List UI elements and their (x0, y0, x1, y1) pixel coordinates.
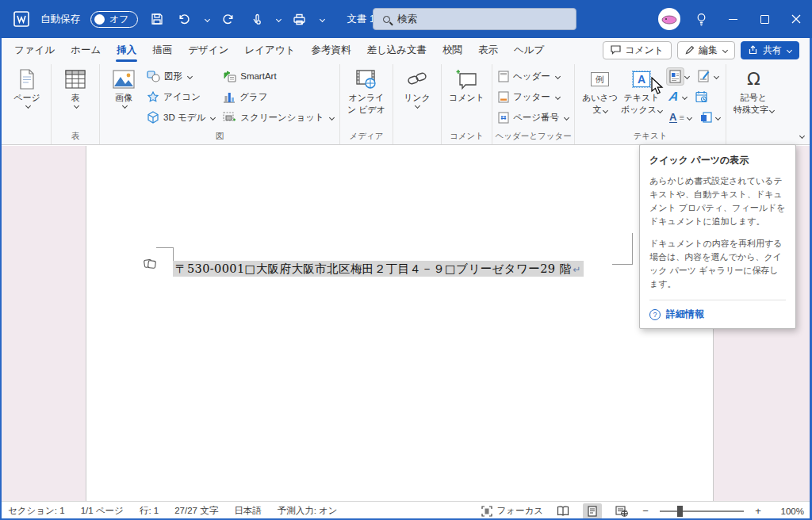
icons-button[interactable]: アイコン (147, 86, 215, 107)
wordart-button[interactable]: A (667, 89, 681, 105)
smartart-button[interactable]: SmartArt (223, 66, 334, 86)
tab-layout[interactable]: レイアウト (236, 38, 303, 62)
quick-print-button[interactable] (291, 10, 308, 28)
tab-mailings[interactable]: 差し込み文書 (358, 38, 435, 62)
shapes-button[interactable]: 図形 (147, 66, 215, 86)
table-dropdown-icon (73, 103, 79, 109)
table-button[interactable]: 表 (57, 66, 94, 109)
status-language[interactable]: 日本語 (234, 505, 262, 517)
footer-button[interactable]: フッター (498, 86, 569, 107)
titlebar: 自動保存 オフ 文書 1 -… (0, 0, 812, 38)
drop-cap-button[interactable]: A ≡ (667, 110, 686, 124)
wordart-dropdown-icon[interactable] (682, 94, 688, 99)
comments-button[interactable]: コメント (603, 41, 672, 59)
date-time-button[interactable] (693, 89, 710, 105)
ribbon-group-header-footer: ヘッダー フッター ページ番号 ヘッダーとフッター (492, 64, 575, 144)
redo-button[interactable] (220, 10, 237, 28)
zoom-slider[interactable] (660, 510, 744, 512)
editing-mode-button[interactable]: 編集 (677, 41, 735, 59)
ribbon-group-comments: コメント コメント (442, 64, 492, 144)
tab-view[interactable]: 表示 (470, 38, 506, 62)
greeting-text-button[interactable]: 例 あいさつ 文 (580, 66, 619, 117)
touch-mode-dropdown-icon[interactable] (276, 16, 282, 21)
symbol-button[interactable]: Ω 記号と 特殊文字 (732, 66, 776, 117)
undo-dropdown-icon[interactable] (205, 16, 210, 21)
online-video-button[interactable]: オンライ ン ビデオ (346, 66, 387, 117)
search-input[interactable]: 検索 (373, 8, 576, 30)
quick-parts-dropdown-icon[interactable] (684, 73, 690, 78)
group-label-header-footer: ヘッダーとフッター (492, 131, 574, 142)
ribbon-group-tables: 表 表 (52, 64, 100, 144)
tab-insert[interactable]: 挿入 (109, 38, 144, 62)
quick-access-more-icon[interactable] (320, 16, 325, 21)
object-dropdown-icon[interactable] (715, 114, 721, 120)
table-icon (65, 67, 86, 91)
share-icon (749, 45, 759, 55)
margin-crop-mark-right (612, 233, 633, 265)
focus-mode-button[interactable]: フォーカス (481, 505, 543, 517)
tab-review[interactable]: 校閲 (435, 38, 470, 62)
tab-home[interactable]: ホーム (63, 38, 109, 62)
drop-cap-dropdown-icon[interactable] (687, 114, 692, 120)
group-label-text: テキスト (575, 131, 726, 142)
status-line[interactable]: 行: 1 (140, 505, 159, 517)
web-layout-button[interactable] (612, 503, 631, 519)
status-page[interactable]: 1/1 ページ (81, 505, 124, 517)
3d-models-button[interactable]: 3D モデル (147, 107, 215, 128)
close-button[interactable] (780, 0, 812, 38)
zoom-out-button[interactable]: − (642, 505, 649, 517)
tab-help[interactable]: ヘルプ (506, 38, 552, 62)
quick-parts-button[interactable] (667, 68, 684, 85)
object-button[interactable] (698, 110, 714, 125)
ribbon-group-pages: ページ (3, 64, 52, 144)
status-char-count[interactable]: 27/27 文字 (174, 505, 218, 517)
document-page[interactable]: 〒530-0001□大阪府大阪市北区梅田２丁目４－９□ブリーゼタワー29 階↵ (86, 146, 714, 501)
screenshot-icon (223, 112, 236, 123)
zoom-in-button[interactable]: + (754, 505, 762, 517)
tab-file[interactable]: ファイル (6, 38, 63, 62)
comment-button[interactable]: コメント (447, 66, 486, 105)
link-dropdown-icon (415, 103, 420, 109)
pages-button[interactable]: ページ (9, 66, 45, 109)
link-button[interactable]: リンク (399, 66, 435, 109)
shapes-dropdown-icon (187, 73, 193, 78)
status-section[interactable]: セクション: 1 (8, 505, 65, 517)
omega-icon: Ω (747, 68, 760, 91)
maximize-button[interactable] (749, 0, 780, 38)
signature-line-dropdown-icon[interactable] (714, 73, 719, 78)
save-button[interactable] (148, 10, 166, 28)
print-layout-icon (588, 506, 597, 517)
header-button[interactable]: ヘッダー (498, 66, 569, 86)
ribbon-group-media: オンライ ン ビデオ メディア (340, 64, 393, 144)
undo-button[interactable] (176, 10, 193, 28)
autosave-toggle[interactable]: オフ (90, 11, 138, 28)
print-layout-button[interactable] (583, 503, 602, 519)
tell-me-more-link[interactable]: ? 詳細情報 (649, 308, 786, 321)
touch-mode-button[interactable] (247, 10, 265, 28)
pictures-button[interactable]: 画像 (105, 66, 142, 109)
tell-me-lightbulb-icon[interactable] (685, 0, 717, 38)
selected-text[interactable]: 〒530-0001□大阪府大阪市北区梅田２丁目４－９□ブリーゼタワー29 階↵ (173, 261, 584, 277)
tab-design[interactable]: デザイン (180, 38, 236, 62)
focus-icon (481, 506, 492, 517)
page-number-button[interactable]: ページ番号 (498, 107, 569, 128)
group-label-media: メディア (340, 131, 393, 142)
tab-references[interactable]: 参考資料 (303, 38, 358, 62)
screenshot-button[interactable]: スクリーンショット (223, 107, 334, 128)
signature-line-button[interactable] (695, 68, 713, 84)
chart-button[interactable]: グラフ (223, 86, 334, 107)
account-avatar[interactable] (653, 0, 685, 38)
collapse-ribbon-icon[interactable] (799, 133, 805, 139)
read-mode-button[interactable] (553, 503, 573, 519)
ribbon-group-illustrations: 画像 図形 アイコン 3D モデル (100, 64, 340, 144)
tab-draw[interactable]: 描画 (144, 38, 180, 62)
drop-cap-icon: A (669, 112, 676, 123)
status-ime-prediction[interactable]: 予測入力: オン (278, 505, 338, 517)
share-button[interactable]: 共有 (741, 41, 799, 59)
zoom-slider-handle[interactable] (677, 506, 683, 517)
minimize-button[interactable] (717, 0, 749, 38)
document-text-line[interactable]: 〒530-0001□大阪府大阪市北区梅田２丁目４－９□ブリーゼタワー29 階↵ (173, 262, 584, 277)
avatar-image (658, 8, 680, 30)
shapes-icon (147, 71, 160, 82)
zoom-percent[interactable]: 100% (772, 507, 804, 516)
